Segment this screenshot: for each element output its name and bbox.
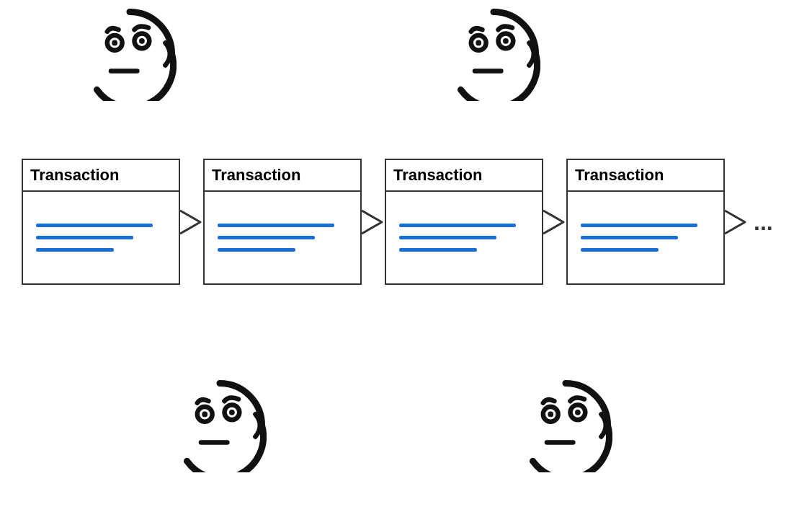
arrow-3 xyxy=(542,208,568,237)
arrow-4 xyxy=(723,208,749,237)
tx-line xyxy=(399,224,516,227)
tx-line xyxy=(581,224,697,227)
face-top-left xyxy=(83,7,177,101)
tx-line xyxy=(36,236,133,239)
tx-line xyxy=(218,224,334,227)
svg-point-18 xyxy=(575,410,581,415)
tx-body-4 xyxy=(568,192,723,283)
tx-line xyxy=(36,248,114,252)
transaction-block-2: Transaction xyxy=(203,159,362,285)
face-bottom-left xyxy=(173,379,267,472)
tx-body-1 xyxy=(23,192,179,283)
svg-point-1 xyxy=(112,40,117,46)
tx-line xyxy=(399,248,477,252)
face-top-right xyxy=(447,7,540,101)
face-bottom-right xyxy=(519,379,612,472)
tx-line xyxy=(581,236,678,239)
tx-header-1: Transaction xyxy=(23,160,179,192)
transaction-block-4: Transaction xyxy=(566,159,725,285)
tx-header-2: Transaction xyxy=(205,160,360,192)
tx-line xyxy=(218,236,315,239)
blockchain-chain: Transaction Transaction xyxy=(22,159,773,285)
svg-point-8 xyxy=(503,38,509,44)
svg-point-11 xyxy=(202,412,208,418)
tx-header-3: Transaction xyxy=(386,160,542,192)
arrow-1 xyxy=(179,208,205,237)
svg-point-6 xyxy=(476,40,481,46)
svg-point-3 xyxy=(139,38,145,44)
svg-point-16 xyxy=(548,412,553,418)
diagram-scene: Transaction Transaction xyxy=(0,0,812,512)
tx-line xyxy=(581,248,659,252)
tx-line xyxy=(399,236,496,239)
chain-ellipsis: ... xyxy=(754,211,773,234)
arrow-2 xyxy=(360,208,386,237)
tx-body-2 xyxy=(205,192,360,283)
tx-header-4: Transaction xyxy=(568,160,723,192)
svg-point-13 xyxy=(229,410,235,415)
tx-line xyxy=(218,248,295,252)
tx-body-3 xyxy=(386,192,542,283)
transaction-block-3: Transaction xyxy=(385,159,543,285)
tx-line xyxy=(36,224,153,227)
transaction-block-1: Transaction xyxy=(22,159,180,285)
